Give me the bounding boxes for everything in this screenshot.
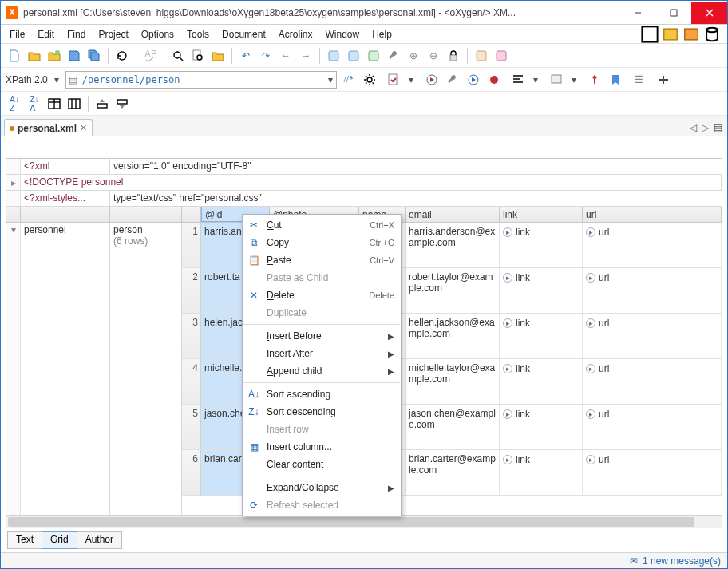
search-icon[interactable] [169,47,187,65]
open-folder-icon[interactable] [26,47,43,65]
cell-link[interactable]: ▸link [500,314,583,358]
bookmark-icon[interactable] [607,71,624,89]
xpath-version-label[interactable]: XPath 2.0 [6,74,48,85]
cell-email[interactable]: brian.carter@example.com [406,450,500,495]
mode-grid[interactable]: Grid [42,531,77,549]
menu-help[interactable]: Help [366,27,398,41]
xpath-mode-icon[interactable]: //* [340,71,358,89]
config-icon[interactable] [444,71,461,89]
menu-paste[interactable]: 📋PasteCtrl+V [243,251,401,269]
table-icon[interactable] [46,95,63,113]
cell-link[interactable]: ▸link [500,359,583,404]
menu-document[interactable]: Document [216,27,271,41]
expand-root-icon[interactable]: ▾ [6,223,20,269]
tab-personal-xml[interactable]: personal.xml ✕ [4,119,93,136]
cell-url[interactable]: ▸url [583,223,722,267]
column-email[interactable]: email [406,207,500,222]
save-icon[interactable] [65,47,83,65]
external-tool-icon[interactable] [548,71,565,89]
save-all-icon[interactable] [85,47,103,65]
pin-icon[interactable] [586,71,603,89]
new-file-icon[interactable] [6,47,23,65]
tree-icon[interactable]: ☰ [631,71,648,89]
cell-link[interactable]: ▸link [500,405,583,449]
lock-icon[interactable] [445,47,462,65]
find-in-files-icon[interactable] [189,47,207,65]
column-url[interactable]: url [583,207,722,222]
xml-decl-attrs[interactable]: version="1.0" encoding="UTF-8" [110,159,722,174]
menu-append-child[interactable]: Append child▶ [243,362,401,380]
menu-insert-column-[interactable]: ▦Insert column... [243,438,401,456]
tool-icon-3[interactable] [365,47,382,65]
menu-project[interactable]: Project [93,27,133,41]
cell-url[interactable]: ▸url [583,268,722,313]
chevron-down-icon[interactable]: ▾ [51,74,62,85]
run-icon[interactable] [423,71,441,89]
mode-text[interactable]: Text [7,531,42,549]
format-menu-icon[interactable]: ▾ [530,74,541,85]
tool-icon-1[interactable] [325,47,342,65]
tool-icon-4[interactable] [473,47,490,65]
minimize-button[interactable] [619,2,655,24]
reload-icon[interactable] [113,47,131,65]
mode-author[interactable]: Author [77,531,122,549]
debug-icon[interactable] [485,71,503,89]
collapse-icon[interactable] [6,191,21,206]
tool-icon-5[interactable] [493,47,510,65]
xml-decl-pi[interactable]: <?xml [21,159,110,174]
menu-delete[interactable]: ✕DeleteDelete [243,286,401,304]
menu-tools[interactable]: Tools [181,27,215,41]
cell-url[interactable]: ▸url [583,314,722,358]
cell-email[interactable]: robert.taylor@example.com [406,268,500,313]
tab-next-icon[interactable]: ▷ [702,122,709,133]
row-up-icon[interactable] [93,95,111,113]
cell-link[interactable]: ▸link [500,223,583,267]
styles-pi[interactable]: <?xml-styles... [21,191,110,206]
perspective-xslt-icon[interactable] [662,26,679,42]
child-element-label[interactable]: person (6 rows) [110,223,182,528]
menu-window[interactable]: Window [320,27,366,41]
tab-close-icon[interactable]: ✕ [80,123,87,133]
cell-link[interactable]: ▸link [500,268,583,313]
menu-cut[interactable]: ✂CutCtrl+X [243,216,401,234]
cell-url[interactable]: ▸url [583,450,722,495]
xpath-dropdown-icon[interactable]: ▾ [325,74,336,85]
debug-run-icon[interactable] [465,71,482,89]
menu-options[interactable]: Options [136,27,180,41]
wrench-icon[interactable] [385,47,402,65]
gear-icon[interactable] [361,71,378,89]
row-down-icon[interactable] [113,95,131,113]
menu-find[interactable]: Find [61,27,91,41]
browse-icon[interactable] [209,47,227,65]
back-icon[interactable]: ← [277,47,295,65]
cell-link[interactable]: ▸link [500,450,583,495]
status-message[interactable]: 1 new message(s) [643,555,721,567]
perspective-editor-icon[interactable] [641,26,659,42]
horizontal-scrollbar[interactable] [6,515,722,528]
menu-insert-after[interactable]: Insert After▶ [243,345,401,362]
cell-email[interactable]: jason.chen@example.com [406,405,500,449]
perspective-database-icon[interactable] [703,26,721,42]
menu-copy[interactable]: ⧉CopyCtrl+C [243,234,401,251]
tool-icon-2[interactable] [345,47,362,65]
close-button[interactable] [691,2,727,24]
tab-prev-icon[interactable]: ◁ [690,122,697,133]
columns-icon[interactable] [65,95,83,113]
styles-pi-attrs[interactable]: type="text/css" href="personal.css" [110,191,722,206]
menu-insert-before[interactable]: Insert Before▶ [243,327,401,345]
menu-sort-descending[interactable]: Z↓Sort descending [243,403,401,421]
menu-file[interactable]: File [4,27,30,41]
redo-icon[interactable]: ↷ [257,47,275,65]
maximize-button[interactable] [655,2,691,24]
spellcheck-icon[interactable]: ABC [141,47,159,65]
perspective-xquery-icon[interactable] [682,26,700,42]
menu-expand-collapse[interactable]: Expand/Collapse▶ [243,479,401,496]
cell-email[interactable]: harris.anderson@example.com [406,223,500,267]
cell-email[interactable]: hellen.jackson@example.com [406,314,500,358]
collapse-icon[interactable] [6,159,21,174]
undo-icon[interactable]: ↶ [237,47,255,65]
cell-url[interactable]: ▸url [583,405,722,449]
link-icon-1[interactable]: ⊕ [405,47,422,65]
format-icon[interactable] [509,71,527,89]
validate-icon[interactable] [385,71,402,89]
